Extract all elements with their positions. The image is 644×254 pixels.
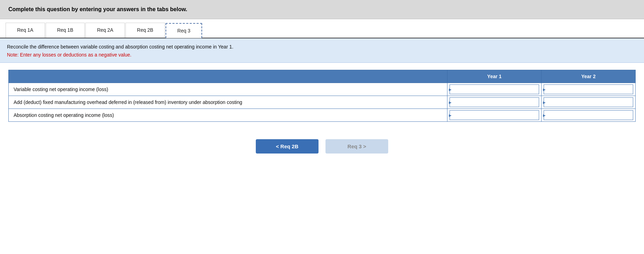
- prev-button[interactable]: < Req 2B: [256, 139, 319, 154]
- row3-year1-input[interactable]: [450, 110, 539, 120]
- row1-year2-input[interactable]: [544, 84, 633, 94]
- row2-year1-input[interactable]: [450, 97, 539, 107]
- instruction-note: Note: Enter any losses or deductions as …: [7, 52, 637, 58]
- nav-buttons: < Req 2B Req 3 >: [8, 132, 636, 160]
- reconciliation-table: Year 1 Year 2 Variable costing net opera…: [8, 70, 636, 122]
- tab-req2b[interactable]: Req 2B: [125, 23, 165, 38]
- row1-year2-cell: [542, 83, 636, 96]
- row3-year1-cell: [447, 109, 542, 122]
- col-header-year1: Year 1: [447, 70, 542, 83]
- row2-year2-cell: [542, 96, 636, 109]
- row3-year2-input[interactable]: [544, 110, 633, 120]
- row2-year2-input[interactable]: [544, 97, 633, 107]
- row3-label: Absorption costing net operating income …: [9, 109, 447, 122]
- row2-year1-cell: [447, 96, 542, 109]
- tab-req2a[interactable]: Req 2A: [85, 23, 125, 38]
- tab-req1a[interactable]: Req 1A: [6, 23, 45, 38]
- row1-label: Variable costing net operating income (l…: [9, 83, 447, 96]
- header-instruction: Complete this question by entering your …: [8, 6, 187, 12]
- col-header-label: [9, 70, 447, 83]
- tab-req1b[interactable]: Req 1B: [46, 23, 85, 38]
- row1-year1-cell: [447, 83, 542, 96]
- row2-label: Add (deduct) fixed manufacturing overhea…: [9, 96, 447, 109]
- header-banner: Complete this question by entering your …: [0, 0, 644, 19]
- main-content: Year 1 Year 2 Variable costing net opera…: [0, 63, 644, 167]
- next-button[interactable]: Req 3 >: [325, 139, 388, 154]
- row1-year1-input[interactable]: [450, 84, 539, 94]
- page-wrapper: Complete this question by entering your …: [0, 0, 644, 254]
- table-row: Add (deduct) fixed manufacturing overhea…: [9, 96, 636, 109]
- instruction-area: Reconcile the difference between variabl…: [0, 38, 644, 63]
- col-header-year2: Year 2: [542, 70, 636, 83]
- instruction-main: Reconcile the difference between variabl…: [7, 43, 637, 51]
- tab-req3[interactable]: Req 3: [166, 23, 202, 38]
- table-header-row: Year 1 Year 2: [9, 70, 636, 83]
- table-row: Absorption costing net operating income …: [9, 109, 636, 122]
- row3-year2-cell: [542, 109, 636, 122]
- tabs-container: Req 1A Req 1B Req 2A Req 2B Req 3: [0, 23, 644, 38]
- table-row: Variable costing net operating income (l…: [9, 83, 636, 96]
